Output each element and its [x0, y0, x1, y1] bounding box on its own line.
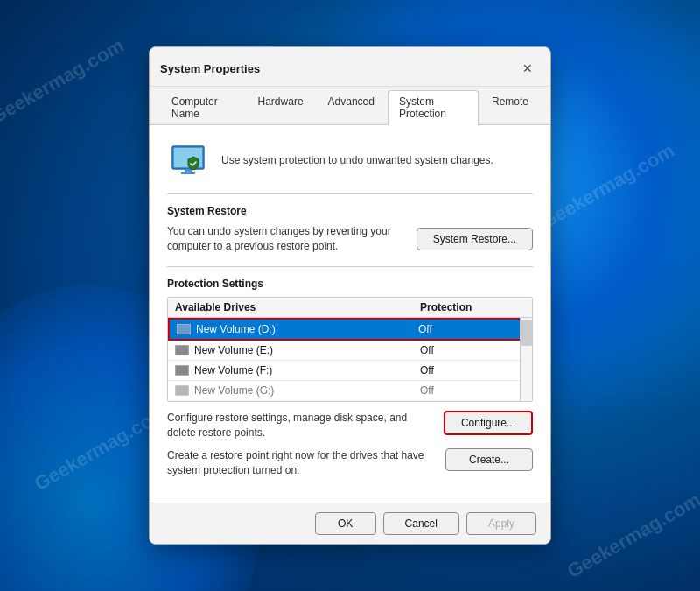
- tab-computer-name[interactable]: Computer Name: [160, 90, 245, 124]
- drive-protection-d: Off: [418, 323, 523, 335]
- drives-table-header: Available Drives Protection: [168, 298, 532, 318]
- drive-icon-g: [175, 385, 189, 396]
- drive-protection-f: Off: [420, 364, 525, 376]
- svg-rect-3: [181, 172, 195, 174]
- drive-name-g: New Volume (G:): [194, 384, 420, 397]
- col-header-drives: Available Drives: [175, 301, 420, 313]
- shield-computer-icon: [167, 139, 209, 181]
- separator-1: [167, 193, 533, 194]
- title-bar: System Properties ✕: [150, 47, 550, 87]
- drive-row-d[interactable]: New Volume (D:) Off: [168, 318, 532, 341]
- configure-section: Configure restore settings, manage disk …: [167, 411, 533, 440]
- protection-settings-title: Protection Settings: [167, 278, 533, 290]
- drive-icon-d: [177, 324, 191, 334]
- drive-protection-g: Off: [420, 384, 525, 397]
- scrollbar-track[interactable]: [520, 318, 532, 401]
- tab-system-protection[interactable]: System Protection: [388, 90, 479, 125]
- drive-icon-e: [175, 345, 189, 355]
- header-description: Use system protection to undo unwanted s…: [221, 154, 494, 166]
- tabs-container: Computer Name Hardware Advanced System P…: [150, 87, 550, 125]
- drive-name-f: New Volume (F:): [194, 364, 420, 376]
- ok-button[interactable]: OK: [315, 512, 376, 535]
- system-restore-section: You can undo system changes by reverting…: [167, 224, 533, 254]
- configure-button[interactable]: Configure...: [444, 411, 533, 435]
- tab-hardware[interactable]: Hardware: [247, 90, 315, 124]
- drive-row-e[interactable]: New Volume (E:) Off: [168, 341, 532, 361]
- configure-description: Configure restore settings, manage disk …: [167, 411, 430, 440]
- separator-2: [167, 266, 533, 267]
- cancel-button[interactable]: Cancel: [383, 512, 459, 535]
- apply-button[interactable]: Apply: [466, 512, 536, 535]
- drive-name-d: New Volume (D:): [196, 323, 418, 335]
- create-description: Create a restore point right now for the…: [167, 448, 431, 478]
- protection-settings-section: Protection Settings Available Drives Pro…: [167, 278, 533, 478]
- create-section: Create a restore point right now for the…: [167, 448, 533, 478]
- drive-row-f[interactable]: New Volume (F:) Off: [168, 361, 532, 381]
- tab-advanced[interactable]: Advanced: [317, 90, 386, 124]
- header-section: Use system protection to undo unwanted s…: [167, 139, 533, 181]
- dialog-overlay: System Properties ✕ Computer Name Hardwa…: [0, 0, 700, 591]
- drive-name-e: New Volume (E:): [194, 344, 420, 356]
- system-properties-dialog: System Properties ✕ Computer Name Hardwa…: [149, 46, 551, 545]
- drives-table: Available Drives Protection New Volume (…: [167, 297, 533, 402]
- drives-list: New Volume (D:) Off New Volume (E:) Off: [168, 318, 532, 401]
- dialog-body: Use system protection to undo unwanted s…: [150, 125, 550, 503]
- col-header-protection: Protection: [420, 301, 525, 313]
- create-button[interactable]: Create...: [445, 448, 533, 471]
- dialog-footer: OK Cancel Apply: [150, 503, 550, 544]
- system-restore-button[interactable]: System Restore...: [416, 228, 533, 250]
- drive-row-g[interactable]: New Volume (G:) Off: [168, 381, 532, 401]
- system-restore-title: System Restore: [167, 205, 533, 217]
- drive-protection-e: Off: [420, 344, 525, 356]
- system-restore-description: You can undo system changes by reverting…: [167, 224, 402, 254]
- close-button[interactable]: ✕: [515, 56, 540, 81]
- dialog-title: System Properties: [160, 62, 260, 75]
- scrollbar-thumb: [522, 320, 532, 346]
- drive-icon-f: [175, 365, 189, 376]
- tab-remote[interactable]: Remote: [480, 90, 540, 124]
